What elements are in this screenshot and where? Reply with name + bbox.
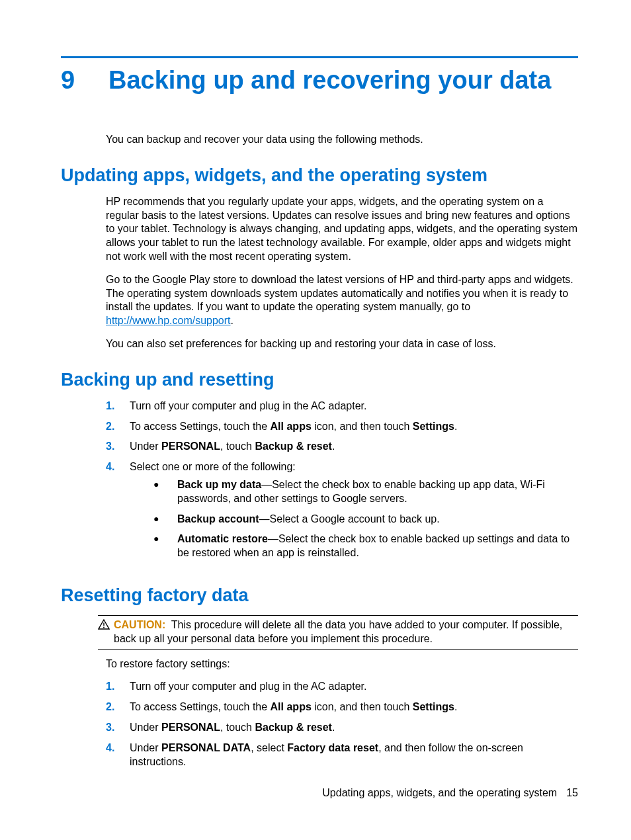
- caution-note: CAUTION: This procedure will delete all …: [98, 615, 578, 650]
- step-number: 4.: [106, 741, 130, 769]
- chapter-number: 9: [61, 66, 108, 95]
- section-heading-resetting: Resetting factory data: [61, 585, 578, 606]
- step-number: 1.: [106, 399, 130, 413]
- text: Go to the Google Play store to download …: [106, 274, 573, 313]
- bullet-icon: ●: [153, 513, 177, 526]
- list-item: 1. Turn off your computer and plug in th…: [106, 680, 578, 694]
- footer-section-title: Updating apps, widgets, and the operatin…: [322, 787, 557, 798]
- chapter-header: 9 Backing up and recovering your data: [61, 66, 578, 95]
- step-text: To access Settings, touch the All apps i…: [130, 700, 578, 714]
- bullet-icon: ●: [153, 478, 177, 506]
- steps-list: 1. Turn off your computer and plug in th…: [106, 680, 578, 769]
- step-text: Turn off your computer and plug in the A…: [130, 680, 578, 694]
- step-number: 2.: [106, 420, 130, 434]
- list-item: ● Automatic restore—Select the check box…: [153, 532, 578, 560]
- caution-label: CAUTION:: [114, 619, 165, 630]
- bullet-list: ● Back up my data—Select the check box t…: [153, 478, 578, 560]
- bullet-icon: ●: [153, 532, 177, 560]
- document-page: 9 Backing up and recovering your data Yo…: [0, 0, 631, 769]
- step-text: Under PERSONAL, touch Backup & reset.: [130, 721, 578, 735]
- step-text: Under PERSONAL, touch Backup & reset.: [130, 440, 578, 454]
- step-text: Under PERSONAL DATA, select Factory data…: [130, 741, 578, 769]
- chapter-title: Backing up and recovering your data: [108, 66, 551, 95]
- step-number: 2.: [106, 700, 130, 714]
- steps-list: 1. Turn off your computer and plug in th…: [106, 399, 578, 567]
- section-heading-updating: Updating apps, widgets, and the operatin…: [61, 165, 578, 186]
- list-item: 3. Under PERSONAL, touch Backup & reset.: [106, 721, 578, 735]
- paragraph: Go to the Google Play store to download …: [106, 273, 578, 328]
- caution-text: This procedure will delete all the data …: [114, 619, 562, 644]
- list-item: 4. Select one or more of the following: …: [106, 460, 578, 567]
- step-text: Select one or more of the following: ● B…: [130, 460, 578, 567]
- step-number: 3.: [106, 440, 130, 454]
- warning-icon: [98, 618, 114, 646]
- step-number: 4.: [106, 460, 130, 567]
- chapter-rule: [61, 56, 578, 58]
- list-item: ● Back up my data—Select the check box t…: [153, 478, 578, 506]
- list-item: ● Backup account—Select a Google account…: [153, 513, 578, 526]
- intro-paragraph: You can backup and recover your data usi…: [106, 133, 578, 147]
- text: .: [231, 315, 233, 326]
- list-item: 4. Under PERSONAL DATA, select Factory d…: [106, 741, 578, 769]
- step-text: Turn off your computer and plug in the A…: [130, 399, 578, 413]
- paragraph: To restore factory settings:: [106, 657, 578, 671]
- list-item: 1. Turn off your computer and plug in th…: [106, 399, 578, 413]
- support-link[interactable]: http://www.hp.com/support: [106, 315, 231, 326]
- list-item: 2. To access Settings, touch the All app…: [106, 700, 578, 714]
- step-text: To access Settings, touch the All apps i…: [130, 420, 578, 434]
- page-number: 15: [566, 787, 578, 798]
- list-item: 2. To access Settings, touch the All app…: [106, 420, 578, 434]
- step-number: 1.: [106, 680, 130, 694]
- svg-point-1: [103, 626, 105, 628]
- list-item: 3. Under PERSONAL, touch Backup & reset.: [106, 440, 578, 454]
- paragraph: HP recommends that you regularly update …: [106, 195, 578, 264]
- paragraph: You can also set preferences for backing…: [106, 337, 578, 351]
- step-number: 3.: [106, 721, 130, 735]
- section-heading-backing-up: Backing up and resetting: [61, 370, 578, 390]
- page-footer: Updating apps, widgets, and the operatin…: [322, 787, 578, 799]
